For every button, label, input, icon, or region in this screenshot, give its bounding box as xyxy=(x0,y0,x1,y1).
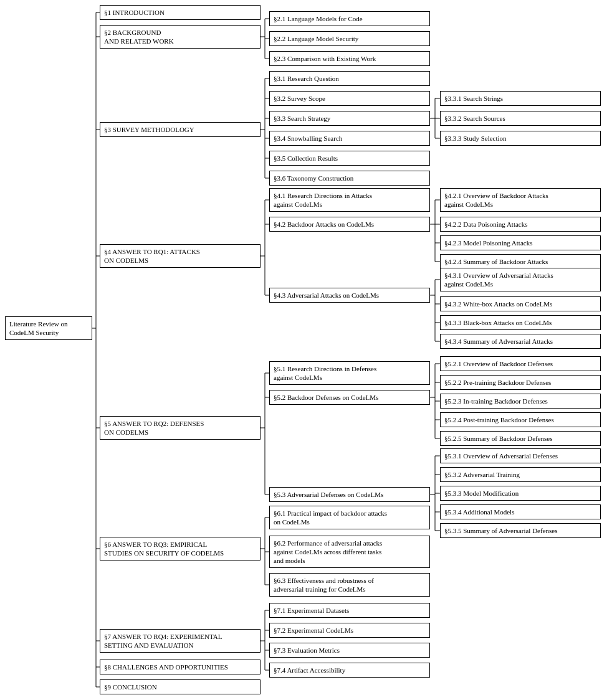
node-s423: §4.2.3 Model Poisoning Attacks xyxy=(440,235,601,250)
node-s63: §6.3 Effectiveness and robustness of adv… xyxy=(269,573,430,597)
node-s332: §3.3.2 Search Sources xyxy=(440,111,601,126)
node-s424: §4.2.4 Summary of Backdoor Attacks xyxy=(440,254,601,269)
node-s22: §2.2 Language Model Security xyxy=(269,31,430,46)
node-s533: §5.3.3 Model Modification xyxy=(440,486,601,501)
node-s33: §3.3 Search Strategy xyxy=(269,111,430,126)
node-s6: §6 ANSWER TO RQ3: EMPIRICAL STUDIES ON S… xyxy=(100,537,261,560)
node-s3: §3 SURVEY METHODOLOGY xyxy=(100,122,261,137)
node-s23: §2.3 Comparison with Existing Work xyxy=(269,51,430,66)
node-s53: §5.3 Adversarial Defenses on CodeLMs xyxy=(269,487,430,502)
node-s521: §5.2.1 Overview of Backdoor Defenses xyxy=(440,356,601,371)
node-s434: §4.3.4 Summary of Adversarial Attacks xyxy=(440,334,601,349)
node-s51: §5.1 Research Directions in Defenses aga… xyxy=(269,361,430,385)
node-s532: §5.3.2 Adversarial Training xyxy=(440,467,601,482)
node-s73: §7.3 Evaluation Metrics xyxy=(269,643,430,658)
node-s4: §4 ANSWER TO RQ1: ATTACKS ON CODELMS xyxy=(100,244,261,268)
node-s32: §3.2 Survey Scope xyxy=(269,91,430,106)
node-s31: §3.1 Research Question xyxy=(269,71,430,86)
node-s523: §5.2.3 In-training Backdoor Defenses xyxy=(440,394,601,409)
tree-container: Literature Review on CodeLM Security§1 I… xyxy=(0,0,612,700)
node-s421: §4.2.1 Overview of Backdoor Attacks agai… xyxy=(440,188,601,212)
node-s331: §3.3.1 Search Strings xyxy=(440,91,601,106)
node-s2: §2 BACKGROUND AND RELATED WORK xyxy=(100,25,261,49)
node-s52: §5.2 Backdoor Defenses on CodeLMs xyxy=(269,390,430,405)
node-s74: §7.4 Artifact Accessibility xyxy=(269,663,430,678)
node-root: Literature Review on CodeLM Security xyxy=(5,316,92,340)
node-s535: §5.3.5 Summary of Adversarial Defenses xyxy=(440,523,601,538)
node-s431: §4.3.1 Overview of Adversarial Attacks a… xyxy=(440,268,601,291)
node-s21: §2.1 Language Models for Code xyxy=(269,11,430,26)
node-s7: §7 ANSWER TO RQ4: EXPERIMENTAL SETTING A… xyxy=(100,629,261,653)
node-s61: §6.1 Practical impact of backdoor attack… xyxy=(269,506,430,529)
node-s333: §3.3.3 Study Selection xyxy=(440,131,601,146)
node-s72: §7.2 Experimental CodeLMs xyxy=(269,623,430,638)
node-s62: §6.2 Performance of adversarial attacks … xyxy=(269,536,430,568)
node-s433: §4.3.3 Black-box Attacks on CodeLMs xyxy=(440,315,601,330)
node-s41: §4.1 Research Directions in Attacks agai… xyxy=(269,188,430,212)
node-s432: §4.3.2 White-box Attacks on CodeLMs xyxy=(440,296,601,311)
node-s9: §9 CONCLUSION xyxy=(100,679,261,694)
node-s531: §5.3.1 Overview of Adversarial Defenses xyxy=(440,448,601,463)
node-s36: §3.6 Taxonomy Construction xyxy=(269,171,430,186)
node-s42: §4.2 Backdoor Attacks on CodeLMs xyxy=(269,217,430,232)
node-s43: §4.3 Adversarial Attacks on CodeLMs xyxy=(269,288,430,303)
node-s422: §4.2.2 Data Poisoning Attacks xyxy=(440,217,601,232)
node-s71: §7.1 Experimental Datasets xyxy=(269,603,430,618)
node-s522: §5.2.2 Pre-training Backdoor Defenses xyxy=(440,375,601,390)
node-s34: §3.4 Snowballing Search xyxy=(269,131,430,146)
node-s534: §5.3.4 Additional Models xyxy=(440,504,601,519)
node-s525: §5.2.5 Summary of Backdoor Defenses xyxy=(440,431,601,446)
node-s8: §8 CHALLENGES AND OPPORTUNITIES xyxy=(100,660,261,674)
node-s5: §5 ANSWER TO RQ2: DEFENSES ON CODELMS xyxy=(100,416,261,440)
node-s524: §5.2.4 Post-training Backdoor Defenses xyxy=(440,412,601,427)
node-s1: §1 INTRODUCTION xyxy=(100,5,261,20)
node-s35: §3.5 Collection Results xyxy=(269,151,430,166)
